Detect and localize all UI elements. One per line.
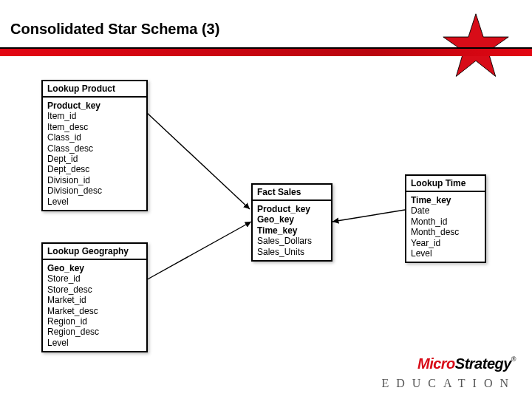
field: Level	[411, 248, 480, 259]
svg-marker-0	[443, 14, 508, 77]
field: Item_desc	[47, 122, 142, 132]
field: Store_id	[47, 273, 142, 284]
field: Store_desc	[47, 284, 142, 295]
logo-left: Micro	[417, 355, 455, 372]
entity-lookup-time: Lookup Time Time_key Date Month_id Month…	[405, 174, 486, 263]
field-key: Product_key	[47, 100, 142, 111]
entity-body: Geo_key Store_id Store_desc Market_id Ma…	[43, 260, 146, 351]
field: Region_desc	[47, 327, 142, 337]
entity-body: Time_key Date Month_id Month_desc Year_i…	[406, 192, 485, 262]
logo-right: Strategy	[455, 355, 511, 372]
field: Region_id	[47, 316, 142, 327]
star-icon	[442, 12, 510, 80]
entity-header: Lookup Product	[43, 81, 146, 98]
field: Class_id	[47, 132, 142, 143]
field: Sales_Dollars	[257, 236, 327, 246]
entity-body: Product_key Item_id Item_desc Class_id C…	[43, 98, 146, 210]
brand-logo: MicroStrategy®	[417, 355, 516, 372]
entity-header: Fact Sales	[253, 185, 331, 201]
entity-fact-sales: Fact Sales Product_key Geo_key Time_key …	[251, 183, 332, 262]
field: Dept_id	[47, 154, 142, 164]
title-divider	[0, 47, 532, 56]
field: Level	[47, 197, 142, 207]
entity-header: Lookup Time	[406, 176, 485, 192]
logo-registered: ®	[511, 355, 516, 363]
entity-lookup-product: Lookup Product Product_key Item_id Item_…	[41, 80, 148, 211]
field: Dept_desc	[47, 164, 142, 174]
field: Item_id	[47, 111, 142, 121]
field-key: Geo_key	[47, 263, 142, 273]
field: Sales_Units	[257, 247, 327, 257]
field: Division_id	[47, 175, 142, 185]
entity-lookup-geography: Lookup Geography Geo_key Store_id Store_…	[41, 242, 148, 352]
entity-body: Product_key Geo_key Time_key Sales_Dolla…	[253, 201, 331, 260]
logo-tagline: EDUCATION	[381, 377, 516, 390]
svg-line-2	[145, 222, 251, 281]
field: Year_id	[411, 238, 480, 248]
field: Date	[411, 205, 480, 216]
field-key: Product_key	[257, 204, 327, 214]
slide-title: Consolidated Star Schema (3)	[10, 21, 219, 38]
field: Level	[47, 338, 142, 348]
field: Month_id	[411, 216, 480, 227]
svg-line-1	[145, 111, 250, 209]
field-key: Time_key	[257, 225, 327, 236]
field: Market_id	[47, 295, 142, 305]
field: Division_desc	[47, 185, 142, 196]
field: Market_desc	[47, 306, 142, 316]
field-key: Geo_key	[257, 214, 327, 225]
field: Class_desc	[47, 143, 142, 154]
entity-header: Lookup Geography	[43, 244, 146, 260]
field: Month_desc	[411, 227, 480, 237]
field-key: Time_key	[411, 195, 480, 205]
svg-line-3	[332, 210, 405, 222]
